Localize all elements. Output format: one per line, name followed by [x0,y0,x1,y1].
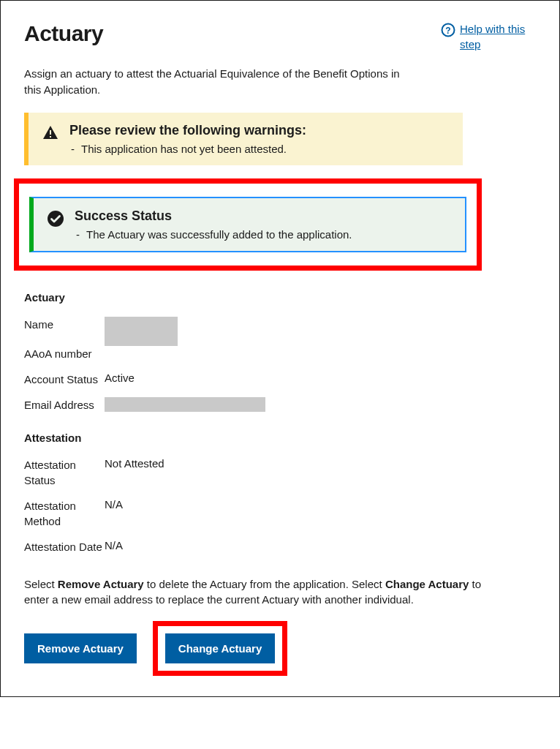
help-link[interactable]: ? Help with this step [441,21,536,52]
svg-rect-3 [50,136,51,138]
attestation-status-row: Attestation Status Not Attested [24,457,536,488]
header-row: Actuary ? Help with this step [24,21,536,55]
redacted-block [105,397,265,412]
success-list: The Actuary was successfully added to th… [75,228,452,241]
help-link-text: Help with this step [460,21,536,52]
account-status-label: Account Status [24,372,105,387]
svg-rect-2 [50,130,51,135]
attestation-date-value: N/A [105,539,123,552]
attestation-method-label: Attestation Method [24,498,105,529]
attestation-method-row: Attestation Method N/A [24,498,536,529]
warning-list: This application has not yet been attest… [69,143,450,155]
warning-heading: Please review the following warnings: [69,123,450,138]
account-status-row: Account Status Active [24,372,536,387]
aaoa-label: AAoA number [24,346,105,361]
help-text-part: Select [24,578,58,590]
name-value [105,317,178,346]
email-row: Email Address [24,397,536,413]
aaoa-row: AAoA number [24,346,536,361]
name-row: Name [24,317,536,346]
success-highlight-box: Success Status The Actuary was successfu… [14,178,482,271]
question-circle-icon: ? [441,23,455,41]
warning-item: This application has not yet been attest… [81,143,450,155]
success-heading: Success Status [75,208,452,224]
button-row: Remove Actuary Change Actuary [24,621,536,676]
email-value [105,397,265,412]
help-text-part: to delete the Actuary from the applicati… [144,578,385,590]
attestation-status-label: Attestation Status [24,457,105,488]
account-status-value: Active [105,372,135,384]
page-title: Actuary [24,21,103,46]
help-text-bold: Change Actuary [385,578,469,590]
warning-alert: Please review the following warnings: Th… [24,113,463,165]
intro-text: Assign an actuary to attest the Actuaria… [24,66,404,98]
success-alert: Success Status The Actuary was successfu… [29,197,466,252]
email-label: Email Address [24,397,105,413]
change-actuary-button[interactable]: Change Actuary [165,633,275,663]
change-highlight-box: Change Actuary [153,621,287,676]
success-item: The Actuary was successfully added to th… [86,228,452,241]
redacted-block [105,317,178,346]
name-label: Name [24,317,105,332]
attestation-section-heading: Attestation [24,432,536,444]
remove-actuary-button[interactable]: Remove Actuary [24,633,137,663]
svg-text:?: ? [445,26,450,36]
warning-triangle-icon [42,124,59,145]
attestation-section: Attestation Attestation Status Not Attes… [24,432,536,554]
actuary-section-heading: Actuary [24,291,536,304]
attestation-method-value: N/A [105,498,123,511]
attestation-date-row: Attestation Date N/A [24,539,536,554]
button-help-text: Select Remove Actuary to delete the Actu… [24,576,507,609]
attestation-status-value: Not Attested [105,457,164,470]
help-text-bold: Remove Actuary [58,578,144,590]
actuary-page: Actuary ? Help with this step Assign an … [0,0,560,697]
check-circle-icon [47,210,64,230]
attestation-date-label: Attestation Date [24,539,105,554]
svg-point-4 [48,211,64,227]
